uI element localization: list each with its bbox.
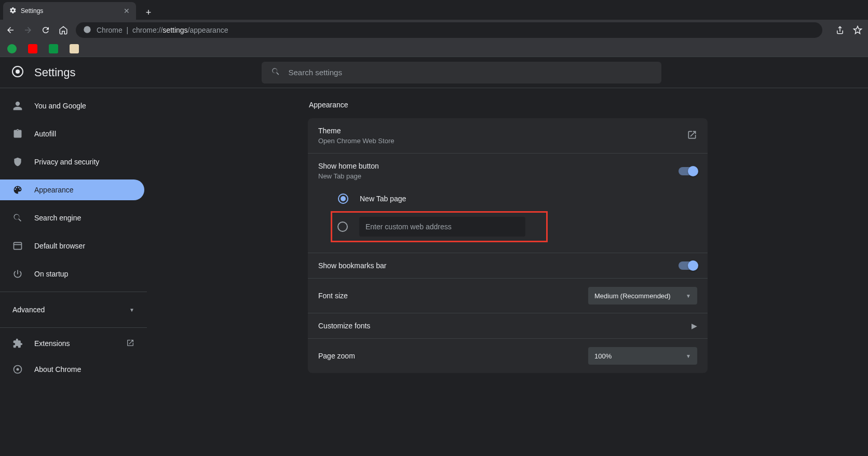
svg-point-0 [84, 26, 90, 33]
row-customize-fonts[interactable]: Customize fonts ▶ [308, 313, 708, 339]
sidebar-item-label: Appearance [34, 186, 74, 194]
external-link-icon [687, 130, 697, 142]
theme-subtitle: Open Chrome Web Store [318, 137, 394, 145]
divider [0, 292, 147, 292]
customize-fonts-title: Customize fonts [318, 322, 370, 330]
external-link-icon [126, 339, 134, 349]
bookmarks-toggle[interactable] [679, 261, 697, 270]
caret-down-icon: ▼ [686, 293, 691, 299]
sidebar-item-label: You and Google [34, 102, 86, 110]
settings-card: Theme Open Chrome Web Store Show home bu… [308, 118, 708, 373]
chrome-icon [12, 364, 23, 375]
close-icon[interactable]: ✕ [124, 7, 130, 15]
row-bookmarks-bar: Show bookmarks bar [308, 253, 708, 279]
divider [0, 327, 147, 328]
sidebar-item-you-and-google[interactable]: You and Google [0, 95, 147, 116]
browser-tab[interactable]: Settings ✕ [3, 2, 136, 20]
sidebar-item-autofill[interactable]: Autofill [0, 123, 147, 144]
bookmark-icon-1[interactable] [7, 44, 17, 53]
content: Appearance Theme Open Chrome Web Store S… [147, 88, 868, 456]
home-subtitle: New Tab page [318, 172, 379, 180]
browser-icon [12, 241, 23, 251]
extensions-label: Extensions [34, 339, 70, 348]
settings-header: Settings Search settings [0, 57, 868, 88]
star-icon[interactable] [852, 25, 863, 35]
highlighted-custom-address [331, 211, 548, 242]
search-placeholder: Search settings [289, 68, 342, 77]
sidebar-item-startup[interactable]: On startup [0, 264, 147, 284]
about-label: About Chrome [34, 365, 81, 374]
custom-address-input[interactable] [359, 217, 525, 237]
sidebar-item-label: Autofill [34, 130, 56, 138]
radio-label: New Tab page [360, 195, 406, 203]
sidebar-item-label: Privacy and security [34, 158, 99, 166]
sidebar-about[interactable]: About Chrome [0, 359, 147, 380]
row-font-size: Font size Medium (Recommended) ▼ [308, 279, 708, 313]
sidebar-item-label: Default browser [34, 242, 85, 250]
sidebar-item-privacy[interactable]: Privacy and security [0, 151, 147, 172]
page-zoom-select[interactable]: 100% ▼ [588, 347, 697, 365]
font-size-select[interactable]: Medium (Recommended) ▼ [588, 287, 697, 305]
sidebar-item-appearance[interactable]: Appearance [0, 179, 144, 200]
chrome-logo-icon [11, 65, 24, 80]
reload-button[interactable] [40, 25, 51, 35]
font-size-value: Medium (Recommended) [594, 292, 671, 300]
person-icon [12, 101, 23, 111]
bookmark-icon-2[interactable] [28, 44, 37, 53]
font-size-title: Font size [318, 292, 348, 300]
radio-new-tab[interactable]: New Tab page [338, 194, 697, 204]
radio-button[interactable] [337, 222, 348, 232]
chevron-right-icon: ▶ [691, 322, 697, 330]
sidebar-item-label: On startup [34, 270, 68, 278]
sidebar-advanced[interactable]: Advanced ▼ [0, 296, 147, 323]
address-bar[interactable]: Chrome | chrome://settings/appearance [76, 22, 822, 38]
gear-icon [9, 7, 17, 16]
theme-title: Theme [318, 127, 394, 135]
palette-icon [12, 185, 23, 195]
section-title: Appearance [308, 101, 708, 109]
sidebar-item-label: Search engine [34, 214, 81, 222]
home-button[interactable] [58, 25, 69, 35]
search-settings[interactable]: Search settings [262, 62, 661, 84]
home-radio-group: New Tab page [308, 188, 708, 253]
home-toggle[interactable] [679, 167, 697, 175]
sidebar-item-default-browser[interactable]: Default browser [0, 236, 147, 256]
page-zoom-title: Page zoom [318, 352, 355, 360]
chevron-down-icon: ▼ [129, 307, 134, 313]
search-icon [271, 67, 280, 78]
clipboard-icon [12, 129, 23, 139]
shield-icon [12, 157, 23, 167]
back-button[interactable] [5, 25, 16, 35]
row-home-button: Show home button New Tab page [308, 154, 708, 188]
caret-down-icon: ▼ [686, 353, 691, 359]
sidebar-extensions[interactable]: Extensions [0, 333, 147, 354]
radio-button[interactable] [338, 194, 348, 204]
bookmarks-title: Show bookmarks bar [318, 261, 387, 270]
svg-rect-3 [14, 242, 22, 249]
sidebar-item-search-engine[interactable]: Search engine [0, 208, 147, 228]
bookmark-icon-3[interactable] [49, 44, 58, 53]
tab-title: Settings [21, 7, 43, 15]
search-icon [12, 213, 23, 223]
share-icon[interactable] [835, 25, 845, 35]
sidebar: You and Google Autofill Privacy and secu… [0, 88, 147, 456]
page-title: Settings [34, 66, 76, 79]
home-title: Show home button [318, 162, 379, 170]
bookmark-icon-4[interactable] [70, 44, 79, 53]
new-tab-button[interactable]: + [141, 5, 156, 20]
svg-point-6 [17, 368, 19, 371]
browser-toolbar: Chrome | chrome://settings/appearance [0, 20, 868, 40]
url-text: Chrome | chrome://settings/appearance [97, 26, 228, 34]
page-zoom-value: 100% [594, 352, 612, 360]
advanced-label: Advanced [12, 306, 45, 314]
row-theme[interactable]: Theme Open Chrome Web Store [308, 118, 708, 154]
forward-button[interactable] [23, 25, 33, 35]
bookmarks-bar [0, 40, 868, 57]
puzzle-icon [12, 338, 23, 349]
settings-body: You and Google Autofill Privacy and secu… [0, 88, 868, 456]
svg-point-2 [16, 70, 20, 74]
power-icon [12, 269, 23, 279]
tab-strip: Settings ✕ + [0, 0, 868, 20]
chrome-icon [83, 25, 91, 35]
row-page-zoom: Page zoom 100% ▼ [308, 339, 708, 373]
